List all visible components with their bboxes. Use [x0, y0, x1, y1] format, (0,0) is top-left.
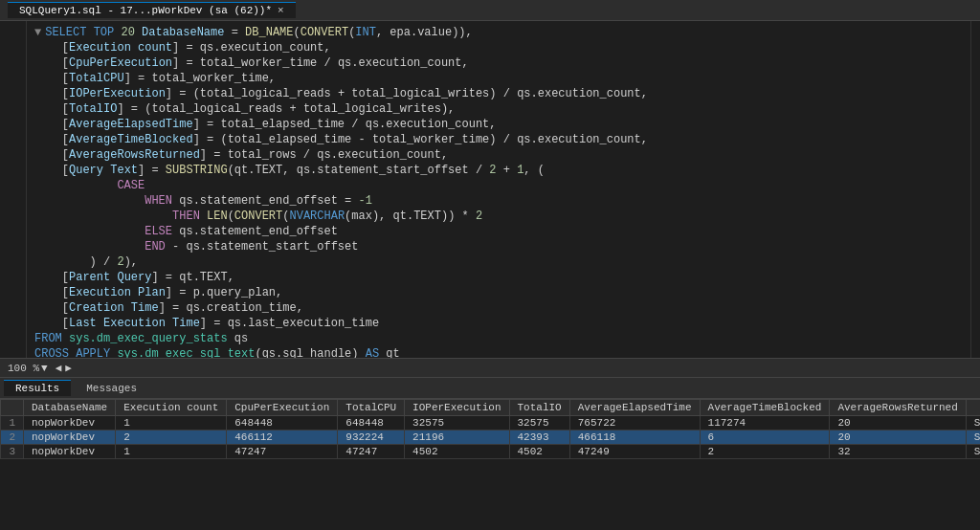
table-cell: 20: [830, 416, 966, 431]
col-header-querytext: Query Text: [966, 400, 980, 416]
line-numbers: ​ ​ ​ ​ ​ ​ ​ ​ ​ ​ ​ ​ ​ ​ ​ ​ ​ ​ ​ ​ …: [0, 21, 27, 358]
table-cell: 21196: [405, 431, 509, 445]
scroll-left-icon[interactable]: ◀: [56, 362, 62, 374]
table-cell: SELECT db_id() AS database_id, c.system_…: [966, 445, 980, 459]
col-header-cpuperexec: CpuPerExecution: [227, 400, 338, 416]
table-cell: 1: [116, 445, 227, 459]
tab-label: SQLQuery1.sql - 17...pWorkDev (sa (62))*: [19, 5, 272, 16]
col-header-totalio: TotalIO: [509, 400, 569, 416]
table-cell: 4502: [405, 445, 509, 459]
table-cell: 47247: [227, 445, 338, 459]
col-header-dbname: DatabaseName: [24, 400, 116, 416]
col-header-totalcpu: TotalCPU: [338, 400, 405, 416]
results-grid: DatabaseName Execution count CpuPerExecu…: [0, 399, 980, 530]
editor-tab[interactable]: SQLQuery1.sql - 17...pWorkDev (sa (62))*…: [8, 2, 296, 18]
tab-messages[interactable]: Messages: [75, 381, 148, 396]
minimap: [970, 21, 980, 358]
table-row[interactable]: 3nopWorkDev147247472474502450247249232SE…: [1, 445, 981, 459]
tab-messages-label: Messages: [86, 383, 137, 394]
col-header-avgtimeblocked: AverageTimeBlocked: [700, 400, 830, 416]
title-bar: SQLQuery1.sql - 17...pWorkDev (sa (62))*…: [0, 0, 980, 21]
table-row[interactable]: 2nopWorkDev24661129322242119642393466118…: [1, 431, 981, 445]
table-cell: 47249: [569, 445, 700, 459]
table-cell: 47247: [338, 445, 405, 459]
col-header-ioперexec: IOPerExecution: [405, 400, 509, 416]
table-cell: 4502: [509, 445, 569, 459]
col-header-rownum: [1, 400, 24, 416]
table-cell: 648448: [338, 416, 405, 431]
col-header-avgelapsed: AverageElapsedTime: [569, 400, 700, 416]
table-cell: nopWorkDev: [24, 431, 116, 445]
table-cell: 765722: [569, 416, 700, 431]
table-row[interactable]: 1nopWorkDev16484486484483257532575765722…: [1, 416, 981, 431]
editor-main: ​ ​ ​ ​ ​ ​ ​ ​ ​ ​ ​ ​ ​ ​ ​ ​ ​ ​ ​ ​ …: [0, 21, 980, 358]
code-editor[interactable]: ▼SELECT TOP 20 DatabaseName = DB_NAME(CO…: [27, 21, 970, 358]
table-cell: 32: [830, 445, 966, 459]
table-cell: 1: [116, 416, 227, 431]
table-cell: 32575: [405, 416, 509, 431]
col-header-avgrowsret: AverageRowsReturned: [830, 400, 966, 416]
col-header-execcount: Execution count: [116, 400, 227, 416]
tab-results[interactable]: Results: [4, 380, 71, 396]
table-cell: nopWorkDev: [24, 445, 116, 459]
table-cell: 20: [830, 431, 966, 445]
zoom-icon[interactable]: ▼: [41, 363, 48, 374]
table-cell: SELECT TOP 20 DatabaseName = DB_NAME(CON…: [966, 416, 980, 431]
zoom-bar: 100 % ▼ ◀ ▶: [0, 358, 980, 377]
scroll-right-icon[interactable]: ▶: [65, 362, 72, 374]
tab-results-label: Results: [15, 383, 59, 394]
table-cell: 466118: [569, 431, 700, 445]
bottom-tabs: Results Messages: [0, 378, 980, 399]
table-cell: 117274: [700, 416, 830, 431]
zoom-value: 100 %: [8, 363, 39, 374]
row-number: 3: [1, 445, 24, 459]
table-cell: 932224: [338, 431, 405, 445]
table-cell: 466112: [227, 431, 338, 445]
row-number: 2: [1, 431, 24, 445]
table-cell: nopWorkDev: [24, 416, 116, 431]
table-cell: SELECT TOP 20 DatabaseName = DB_NAME(CON…: [966, 431, 980, 445]
editor-container: ​ ​ ​ ​ ​ ​ ​ ​ ​ ​ ​ ​ ​ ​ ​ ​ ​ ​ ​ ​ …: [0, 21, 980, 358]
results-panel: Results Messages DatabaseName Execution …: [0, 377, 980, 530]
table-cell: 648448: [227, 416, 338, 431]
table-cell: 42393: [509, 431, 569, 445]
table-cell: 6: [700, 431, 830, 445]
table-cell: 32575: [509, 416, 569, 431]
close-icon[interactable]: ×: [278, 5, 284, 16]
table-cell: 2: [116, 431, 227, 445]
table-cell: 2: [700, 445, 830, 459]
expand-icon[interactable]: ▼: [34, 26, 41, 39]
row-number: 1: [1, 416, 24, 431]
